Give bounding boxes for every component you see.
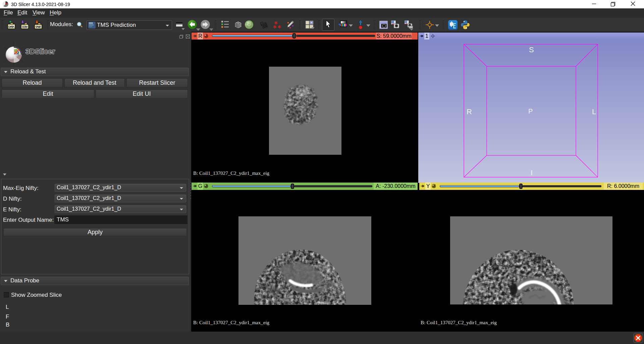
svg-text:P: P (528, 108, 533, 115)
svg-text:DCM: DCM (22, 25, 28, 28)
svg-text:R: R (467, 108, 472, 116)
svg-text:L: L (592, 108, 596, 116)
svg-text:SAVE: SAVE (35, 25, 41, 28)
svg-text:3DSlicer: 3DSlicer (25, 47, 55, 56)
svg-text:DATA: DATA (8, 25, 15, 28)
svg-text:S: S (529, 46, 534, 54)
svg-text:I: I (531, 168, 533, 177)
